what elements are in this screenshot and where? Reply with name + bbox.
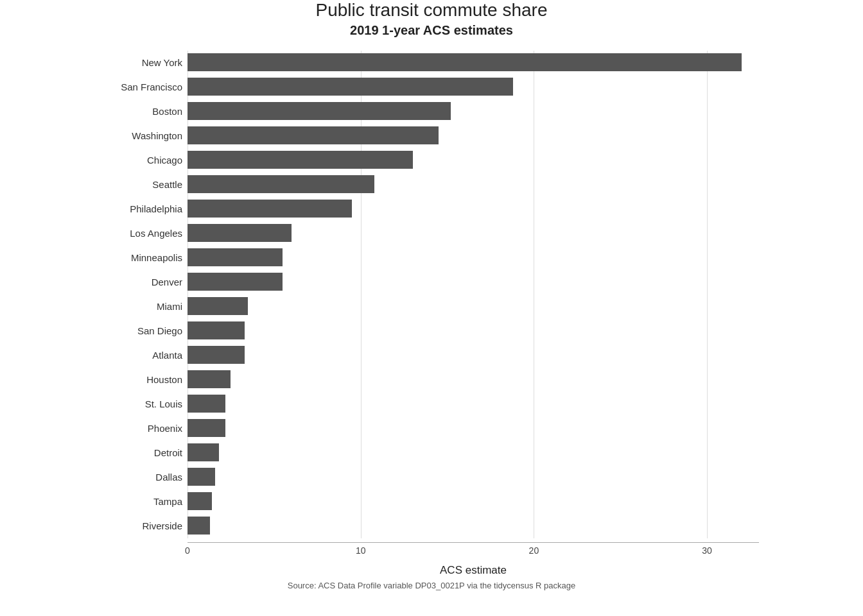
bar-row: Atlanta xyxy=(187,343,759,366)
x-axis: 0102030 xyxy=(187,542,759,558)
bar-label: Houston xyxy=(99,374,182,385)
bar-row: Phoenix xyxy=(187,416,759,440)
bar xyxy=(187,175,374,193)
bar xyxy=(187,443,219,461)
bar-label: Minneapolis xyxy=(99,252,182,263)
bar-row: Miami xyxy=(187,295,759,318)
bar xyxy=(187,200,352,218)
bar xyxy=(187,102,451,120)
bar xyxy=(187,395,225,413)
chart-title: Public transit commute share xyxy=(104,0,759,21)
bar xyxy=(187,370,231,388)
bar-label: New York xyxy=(99,57,182,68)
x-tick: 20 xyxy=(529,545,539,556)
bar-label: Los Angeles xyxy=(99,228,182,239)
bar-label: Detroit xyxy=(99,447,182,458)
bar-row: St. Louis xyxy=(187,392,759,415)
bar-row: Detroit xyxy=(187,441,759,464)
bar-label: Riverside xyxy=(99,520,182,531)
source-text: Source: ACS Data Profile variable DP03_0… xyxy=(104,581,759,590)
chart-area: New YorkSan FranciscoBostonWashingtonChi… xyxy=(104,51,759,577)
bar-row: San Francisco xyxy=(187,75,759,98)
bar-row: Washington xyxy=(187,124,759,147)
bar xyxy=(187,126,439,144)
bar-label: San Francisco xyxy=(99,81,182,92)
x-tick: 10 xyxy=(356,545,366,556)
bar-label: Atlanta xyxy=(99,350,182,361)
bar xyxy=(187,78,513,96)
bar xyxy=(187,224,292,242)
bar xyxy=(187,419,225,437)
x-tick: 0 xyxy=(185,545,190,556)
bar-label: Dallas xyxy=(99,472,182,483)
bar xyxy=(187,492,212,510)
bar-row: Boston xyxy=(187,99,759,123)
bar-label: St. Louis xyxy=(99,398,182,409)
bar-row: Denver xyxy=(187,270,759,293)
bar xyxy=(187,151,413,169)
bar xyxy=(187,517,210,535)
bar-label: Boston xyxy=(99,106,182,117)
bar-label: Washington xyxy=(99,130,182,141)
bar-label: Chicago xyxy=(99,155,182,166)
bar xyxy=(187,346,245,364)
bar-row: Houston xyxy=(187,368,759,391)
bar-label: Denver xyxy=(99,277,182,287)
bar-label: Seattle xyxy=(99,179,182,190)
bar-row: Dallas xyxy=(187,465,759,488)
bar-row: Philadelphia xyxy=(187,197,759,220)
chart-subtitle: 2019 1-year ACS estimates xyxy=(104,23,759,38)
grid-and-bars: New YorkSan FranciscoBostonWashingtonChi… xyxy=(187,51,759,577)
x-axis-label: ACS estimate xyxy=(187,564,759,577)
chart-container: Public transit commute share 2019 1-year… xyxy=(78,0,785,616)
bar xyxy=(187,297,248,315)
bar xyxy=(187,248,283,266)
bar xyxy=(187,273,283,291)
bar xyxy=(187,321,245,339)
bar-row: Riverside xyxy=(187,514,759,537)
x-tick: 30 xyxy=(702,545,712,556)
bar-label: Miami xyxy=(99,301,182,312)
bar-label: San Diego xyxy=(99,325,182,336)
bar xyxy=(187,53,742,71)
bar-row: Minneapolis xyxy=(187,246,759,269)
bar xyxy=(187,468,215,486)
bar-label: Tampa xyxy=(99,496,182,507)
bar-row: Seattle xyxy=(187,173,759,196)
bar-row: New York xyxy=(187,51,759,74)
bar-row: San Diego xyxy=(187,319,759,342)
bar-label: Phoenix xyxy=(99,423,182,434)
bar-row: Chicago xyxy=(187,148,759,171)
bar-label: Philadelphia xyxy=(99,203,182,214)
bar-row: Tampa xyxy=(187,490,759,513)
bar-row: Los Angeles xyxy=(187,221,759,244)
bars-wrapper: New YorkSan FranciscoBostonWashingtonChi… xyxy=(187,51,759,538)
